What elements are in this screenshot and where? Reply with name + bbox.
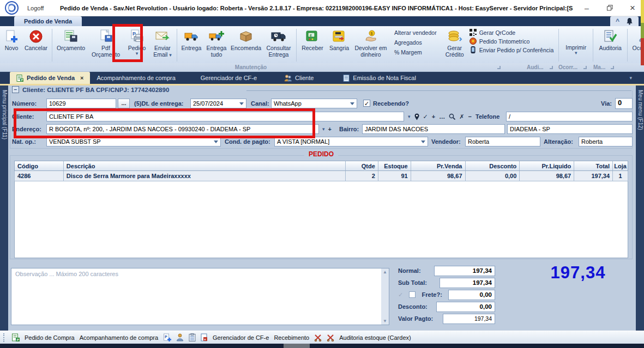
order-table-row[interactable]: 4286 Disco de Serra Marmore para Madeira… [14,171,628,181]
consultar-entrega-button[interactable]: Consultar Entrega [263,27,294,63]
bell-icon[interactable] [626,17,633,25]
margem-link[interactable]: % Margem [394,49,437,56]
frete-input[interactable]: 0,00 [448,290,495,300]
statusbar-recebimento[interactable]: Recebimento [274,334,309,341]
pedido-compra-icon[interactable]: P [11,333,20,341]
column-header[interactable]: Descrição [64,161,346,170]
devolver-em-dinheiro-button[interactable]: $ Devolver em dinheiro [352,27,390,63]
tab-acompanhamento-de-compra[interactable]: Acompanhamento de compra [90,72,182,84]
cancelar-button[interactable]: Cancelar [22,27,50,63]
scissors-icon[interactable] [314,334,322,341]
add-client-icon[interactable]: + [432,113,435,120]
agregados-link[interactable]: Agregados [394,39,437,46]
receber-button[interactable]: e Receber [298,27,327,63]
tab-pedido-de-venda[interactable]: P Pedido de Venda × [10,72,90,84]
scroll-down-icon[interactable]: ▼ [383,319,387,323]
sidebar-menu-principal[interactable]: Menu principal (F11) [0,86,8,331]
column-header[interactable]: Estoque [378,161,411,170]
group-expand-icon[interactable] [550,66,553,69]
logoff-button[interactable]: Logoff [27,5,44,11]
close-tab-icon[interactable]: × [80,75,83,81]
valor-pagto-input[interactable]: 197,34 [443,314,495,324]
column-header[interactable]: Loja [613,161,628,170]
restore-button[interactable] [598,0,621,16]
telefone-input[interactable]: / [506,112,633,121]
canal-select[interactable]: WhatsApp [271,99,357,108]
vendedor-input[interactable]: Roberta [465,137,540,146]
column-header[interactable]: Código [15,161,64,170]
tab-overflow-icon[interactable]: ▾ [629,75,632,81]
scroll-up-icon[interactable]: ▲ [383,270,387,274]
statusbar-acompanhamento-de-compra[interactable]: Acompanhamento de compra [80,334,158,341]
group-expand-icon[interactable] [497,66,501,69]
enviar-pedido-conferencia-button[interactable]: Enviar Pedido p/ Conferência [470,46,554,53]
gerar-qrcode-button[interactable]: Gerar QrCode [470,29,554,36]
person-icon[interactable] [176,333,184,341]
desconto-input[interactable]: 0,00 [436,302,495,312]
pedido-plus-icon[interactable]: P [163,333,171,341]
scissors-icon[interactable] [327,334,334,341]
imprimir-button[interactable]: Imprimir ▾ [561,27,591,63]
column-header[interactable]: Pr.Liquido [520,161,574,170]
pdf-save-icon [98,28,113,45]
frete-checkbox[interactable] [409,291,416,298]
sangria-button[interactable]: Sangria [327,27,352,63]
orcamento-button[interactable]: Orçamento [54,27,88,63]
close-button[interactable]: × [621,0,644,16]
recebendo-checkbox[interactable]: ✓ [363,100,370,107]
entrega-tudo-button[interactable]: Entrega tudo [204,27,229,63]
group-expand-icon[interactable] [611,66,614,69]
add-address-icon[interactable]: + [328,126,332,132]
column-header[interactable]: Desconto [466,161,520,170]
clipboard-icon[interactable] [189,333,196,341]
cfe-document-icon[interactable]: e [201,333,208,341]
confirm-client-icon[interactable]: ✓ [423,113,428,120]
alterar-vendedor-link[interactable]: Alterar vendedor [394,29,437,36]
order-table-empty-area[interactable] [14,181,628,258]
cidade-input[interactable]: DIADEMA - SP [507,124,633,134]
via-input[interactable]: 0 [615,98,633,109]
ribbon-tab-pedido-de-venda[interactable]: Pedido de Venda [14,16,82,26]
column-header[interactable]: Pr.Venda [411,161,466,170]
gerar-credito-button[interactable]: Gerar Crédito [441,27,468,63]
more-options-icon[interactable]: … [439,113,445,120]
statusbar-gerenciador-de-cfe[interactable]: Gerenciador de CF-e [213,334,269,341]
browse-numero-button[interactable]: ... [118,99,130,108]
bairro-input[interactable]: JARDIM DAS NACOES [362,124,505,134]
numero-input[interactable]: 10629 [46,99,116,108]
tab-gerenciador-de-cfe[interactable]: Gerenciador de CF-e [194,72,263,84]
observacao-textarea[interactable]: Observação ... Máximo 200 caracteres [11,268,389,325]
screen-edge-artifact [641,23,644,38]
data-entrega-select[interactable]: 25/07/2024 [190,99,246,108]
column-header[interactable]: Qtde [346,161,378,170]
sidebar-meu-menu[interactable]: Meu menu (F12) [636,86,644,331]
subtotal-input[interactable]: 197,34 [440,278,495,288]
cell-qtde: 2 [346,171,378,181]
cancel-icon [29,28,43,45]
collapse-ribbon-icon[interactable]: ^ [616,19,619,24]
group-expand-icon[interactable] [583,66,587,69]
tab-emissao-de-nota-fiscal[interactable]: Emissão de Nota Fiscal [336,72,423,84]
observacao-scrollbar[interactable]: ▲ ▼ [381,268,389,325]
alteracao-input[interactable]: Roberta [579,137,633,146]
client-tools-strip: ▾ ✓ + … ✗ − [408,112,472,121]
novo-button[interactable]: Novo [1,27,22,63]
enviar-email-button[interactable]: Enviar Email ▾ [150,27,175,63]
map-pin-icon[interactable] [414,113,419,120]
normal-input[interactable]: 197,34 [434,266,495,276]
chevron-down-icon[interactable]: ▾ [408,114,411,119]
pedido-tintometrico-button[interactable]: Pedido Tintometrico [470,38,554,45]
entrega-button[interactable]: Entrega [179,27,204,63]
search-icon[interactable] [449,113,455,120]
tab-cliente[interactable]: Cliente [278,72,320,84]
clear-client-icon[interactable]: ✗ [459,113,464,120]
statusbar-auditoria-estoque[interactable]: Auditoria estoque (Cardex) [339,334,411,341]
column-header[interactable]: Total [574,161,613,170]
encomenda-button[interactable]: Encomenda [229,27,263,63]
minimize-button[interactable]: – [575,0,598,16]
auditoria-button[interactable]: Auditoria [595,27,625,63]
collapse-group-button[interactable]: − [12,86,19,93]
remove-client-icon[interactable]: − [468,113,471,120]
statusbar-pedido-de-compra[interactable]: Pedido de Compra [25,334,75,341]
chevron-down-icon[interactable]: ▾ [322,126,325,132]
